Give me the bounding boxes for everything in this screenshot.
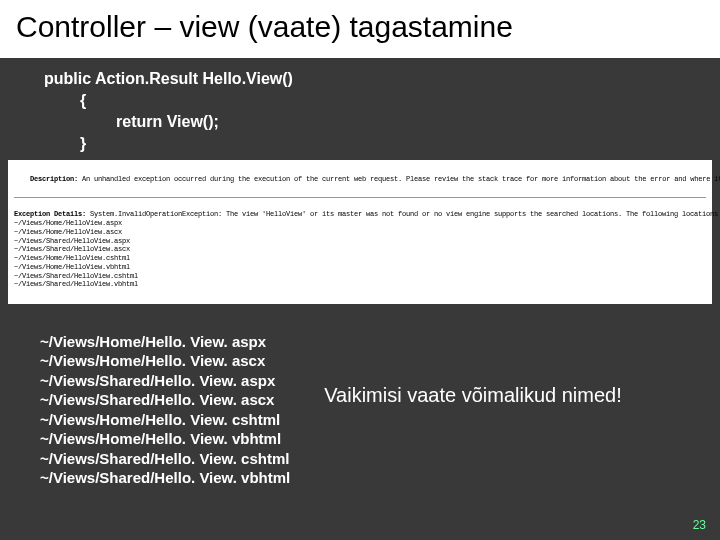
error-searched-path: ~/Views/Shared/HelloView.aspx xyxy=(14,237,130,245)
list-item: ~/Views/Shared/Hello. View. ascx xyxy=(40,390,290,410)
slide: Controller – view (vaate) tagastamine pu… xyxy=(0,0,720,540)
divider xyxy=(14,197,706,198)
error-detail-text: System.InvalidOperationException: The vi… xyxy=(86,210,720,218)
code-line-1: public Action.Result Hello.View() xyxy=(44,68,720,90)
list-item: ~/Views/Shared/Hello. View. vbhtml xyxy=(40,468,290,488)
error-searched-path: ~/Views/Home/HelloView.cshtml xyxy=(14,254,130,262)
error-description-label: Description: xyxy=(30,175,78,183)
error-searched-path: ~/Views/Home/HelloView.aspx xyxy=(14,219,122,227)
list-item: ~/Views/Home/Hello. View. vbhtml xyxy=(40,429,290,449)
error-searched-path: ~/Views/Home/HelloView.vbhtml xyxy=(14,263,130,271)
list-item: ~/Views/Shared/Hello. View. aspx xyxy=(40,371,290,391)
error-panel: Description: An unhandled exception occu… xyxy=(8,160,712,304)
error-detail-label: Exception Details: xyxy=(14,210,86,218)
list-item: ~/Views/Home/Hello. View. cshtml xyxy=(40,410,290,430)
list-item: ~/Views/Home/Hello. View. ascx xyxy=(40,351,290,371)
error-searched-path: ~/Views/Shared/HelloView.ascx xyxy=(14,245,130,253)
page-number: 23 xyxy=(693,518,706,532)
code-line-return: return View(); xyxy=(116,111,720,133)
error-searched-path: ~/Views/Home/HelloView.ascx xyxy=(14,228,122,236)
view-paths-list: ~/Views/Home/Hello. View. aspx ~/Views/H… xyxy=(40,332,290,488)
error-description-text: An unhandled exception occurred during t… xyxy=(78,175,720,183)
error-searched-path: ~/Views/Shared/HelloView.vbhtml xyxy=(14,280,138,288)
code-line-open-brace: { xyxy=(80,90,720,112)
list-item: ~/Views/Shared/Hello. View. cshtml xyxy=(40,449,290,469)
slide-title: Controller – view (vaate) tagastamine xyxy=(0,0,720,58)
error-searched-path: ~/Views/Shared/HelloView.cshtml xyxy=(14,272,138,280)
code-line-close-brace: } xyxy=(80,133,720,155)
code-sample: public Action.Result Hello.View() { retu… xyxy=(44,68,720,154)
list-item: ~/Views/Home/Hello. View. aspx xyxy=(40,332,290,352)
default-view-names-caption: Vaikimisi vaate võimalikud nimed! xyxy=(324,384,622,407)
lower-row: ~/Views/Home/Hello. View. aspx ~/Views/H… xyxy=(40,332,710,488)
